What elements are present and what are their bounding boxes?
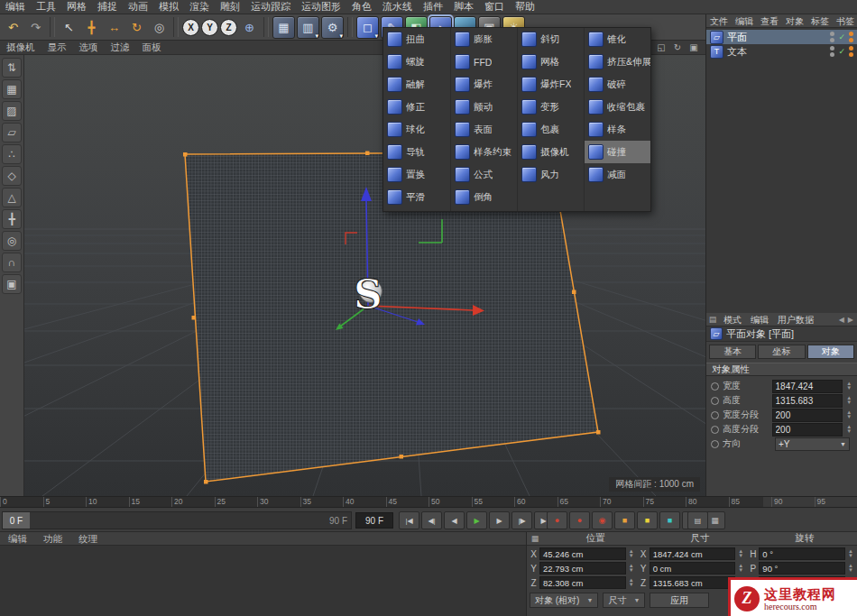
stepper-icon[interactable]: ▲▼ bbox=[847, 549, 854, 558]
deformer-menu-item[interactable]: 表面 bbox=[451, 118, 517, 141]
menubar-item[interactable]: 脚本 bbox=[448, 0, 479, 14]
menubar-item[interactable]: 渲染 bbox=[184, 0, 215, 14]
deformer-menu-item[interactable]: 碰撞 bbox=[585, 141, 650, 163]
object-manager-menu-item[interactable]: 查看 bbox=[757, 14, 782, 28]
frame-field[interactable]: 90 F bbox=[355, 512, 393, 529]
solo-mode-icon[interactable]: ◎ bbox=[2, 231, 22, 251]
key-position-toggle[interactable]: ■ bbox=[614, 511, 635, 529]
keyframe-selection-button[interactable]: ◉ bbox=[592, 511, 613, 529]
text-object-glyph[interactable]: S bbox=[354, 271, 382, 317]
scale-tool-icon[interactable]: ↔ bbox=[104, 17, 124, 38]
model-mode-icon[interactable]: ▦ bbox=[2, 79, 22, 99]
property-field[interactable]: 1315.683 ▼ bbox=[772, 394, 843, 408]
viewport-menu-item[interactable]: 选项 bbox=[73, 41, 105, 54]
points-mode-icon[interactable]: ∴ bbox=[2, 144, 22, 164]
section-tab[interactable]: 对象 bbox=[807, 345, 854, 359]
edges-mode-icon[interactable]: ◇ bbox=[2, 166, 22, 186]
stepper-icon[interactable]: ▲▼ bbox=[846, 410, 852, 419]
deformer-menu-item[interactable]: 导轨 bbox=[383, 141, 450, 163]
redo-icon[interactable]: ↷ bbox=[25, 17, 46, 38]
stepper-icon[interactable]: ▲▼ bbox=[846, 425, 852, 434]
coordinate-field[interactable]: 22.793 cm bbox=[539, 562, 626, 575]
menubar-item[interactable]: 窗口 bbox=[479, 0, 510, 14]
deformer-menu-item[interactable]: 扭曲 bbox=[383, 28, 450, 51]
deformer-menu-item[interactable]: 爆炸FX bbox=[518, 73, 584, 96]
toggle-view-icon[interactable]: ▣ bbox=[687, 41, 700, 54]
timeline-panel-button[interactable]: ▤ bbox=[687, 511, 708, 529]
coordinate-field[interactable]: 1847.424 cm bbox=[650, 547, 736, 560]
stepper-icon[interactable]: ▲▼ bbox=[628, 564, 635, 573]
deformer-menu-item[interactable]: 风力 bbox=[518, 163, 584, 186]
deformer-menu-item[interactable]: 样条 bbox=[585, 118, 650, 141]
stepper-icon[interactable]: ▲▼ bbox=[628, 549, 635, 558]
rotate-tool-icon[interactable]: ↻ bbox=[126, 17, 147, 38]
lock-workplane-icon[interactable]: ▣ bbox=[2, 274, 22, 294]
object-manager-menu-item[interactable]: 对象 bbox=[782, 14, 807, 28]
stepper-icon[interactable]: ▲▼ bbox=[846, 396, 852, 405]
play-button[interactable]: ▶ bbox=[466, 511, 487, 529]
object-manager-menu-item[interactable]: 编辑 bbox=[732, 14, 757, 28]
menubar-item[interactable]: 动画 bbox=[123, 0, 153, 14]
deformer-menu-item[interactable]: 螺旋 bbox=[383, 51, 450, 73]
deformer-menu-item[interactable]: 减面 bbox=[585, 163, 650, 186]
goto-start-button[interactable]: |◀ bbox=[399, 511, 419, 529]
property-field[interactable]: 1847.424 ▼ bbox=[772, 380, 843, 393]
undo-icon[interactable]: ↶ bbox=[3, 17, 23, 38]
live-selection-icon[interactable]: ↖ bbox=[59, 17, 79, 38]
menubar-item[interactable]: 插件 bbox=[418, 0, 448, 14]
visibility-dots-icon[interactable] bbox=[830, 46, 834, 57]
separator[interactable] bbox=[263, 17, 269, 37]
x-axis-lock-button[interactable]: X bbox=[182, 19, 199, 36]
workplane-mode-icon[interactable]: ▱ bbox=[2, 123, 22, 143]
deformer-menu-item[interactable]: 爆炸 bbox=[451, 73, 517, 96]
menubar-item[interactable]: 模拟 bbox=[153, 0, 184, 14]
object-row[interactable]: T 文本 ✓ bbox=[706, 44, 857, 59]
viewport-menu-item[interactable]: 面板 bbox=[136, 41, 168, 54]
prev-frame-button[interactable]: ◀ bbox=[444, 511, 465, 529]
deformer-menu-item[interactable]: 破碎 bbox=[585, 73, 650, 96]
separator[interactable] bbox=[347, 17, 353, 37]
object-manager-menu-item[interactable]: 标签 bbox=[807, 14, 833, 28]
render-settings-button[interactable]: ⚙ ▾ bbox=[321, 16, 344, 39]
axis-mode-icon[interactable]: ╋ bbox=[2, 209, 22, 229]
deformer-menu-item[interactable]: 膨胀 bbox=[451, 28, 517, 51]
deformer-menu-item[interactable]: 颤动 bbox=[451, 96, 517, 118]
autokey-button[interactable]: ● bbox=[569, 511, 590, 529]
menubar-item[interactable]: 角色 bbox=[346, 0, 377, 14]
deformer-menu-item[interactable]: 变形 bbox=[518, 96, 584, 118]
deformer-menu-item[interactable]: 包裹 bbox=[518, 118, 584, 141]
stepper-icon[interactable]: ▲▼ bbox=[847, 564, 854, 573]
enabled-check-icon[interactable]: ✓ bbox=[838, 47, 845, 56]
menubar-item[interactable]: 运动跟踪 bbox=[245, 0, 296, 14]
next-frame-button[interactable]: ▶ bbox=[489, 511, 510, 529]
separator[interactable] bbox=[50, 17, 55, 37]
menubar-item[interactable]: 编辑 bbox=[0, 0, 31, 14]
attribute-tab[interactable]: 编辑 bbox=[746, 313, 773, 326]
menubar-item[interactable]: 网格 bbox=[61, 0, 92, 14]
current-frame-indicator[interactable]: 0 F bbox=[3, 512, 30, 529]
deformer-menu-item[interactable]: 融解 bbox=[383, 73, 450, 96]
deformer-menu-item[interactable]: 倒角 bbox=[451, 186, 517, 208]
next-key-button[interactable]: |▶ bbox=[511, 511, 532, 529]
deformer-menu-item[interactable]: 锥化 bbox=[585, 28, 650, 51]
render-picture-viewer-button[interactable]: ▥ ▾ bbox=[297, 16, 319, 39]
material-tab[interactable]: 纹理 bbox=[70, 532, 106, 546]
property-field[interactable]: 200 ▼ bbox=[772, 409, 843, 422]
coordinate-field[interactable]: 1315.683 cm bbox=[650, 576, 736, 589]
texture-mode-icon[interactable]: ▨ bbox=[2, 101, 22, 121]
convert-object-icon[interactable]: ⇅ bbox=[2, 58, 22, 78]
animation-dot-icon[interactable] bbox=[711, 426, 719, 434]
deformer-menu-item[interactable]: 样条约束 bbox=[451, 141, 517, 163]
record-keyframe-button[interactable]: ● bbox=[547, 511, 567, 529]
deformer-menu-item[interactable]: 球化 bbox=[383, 118, 450, 141]
stepper-icon[interactable]: ▲▼ bbox=[737, 549, 744, 558]
animation-dot-icon[interactable] bbox=[711, 411, 719, 419]
deformer-menu-item[interactable]: 网格 bbox=[518, 51, 584, 73]
deformer-menu-item[interactable]: 置换 bbox=[383, 163, 450, 186]
size-mode-dropdown[interactable]: 尺寸▼ bbox=[603, 593, 645, 608]
animation-dot-icon[interactable] bbox=[711, 382, 719, 391]
menubar-item[interactable]: 捕捉 bbox=[92, 0, 123, 14]
viewport-menu-item[interactable]: 显示 bbox=[41, 41, 73, 54]
coordinate-field[interactable]: 0 ° bbox=[759, 547, 845, 560]
coordinate-field[interactable]: 82.308 cm bbox=[539, 576, 626, 589]
